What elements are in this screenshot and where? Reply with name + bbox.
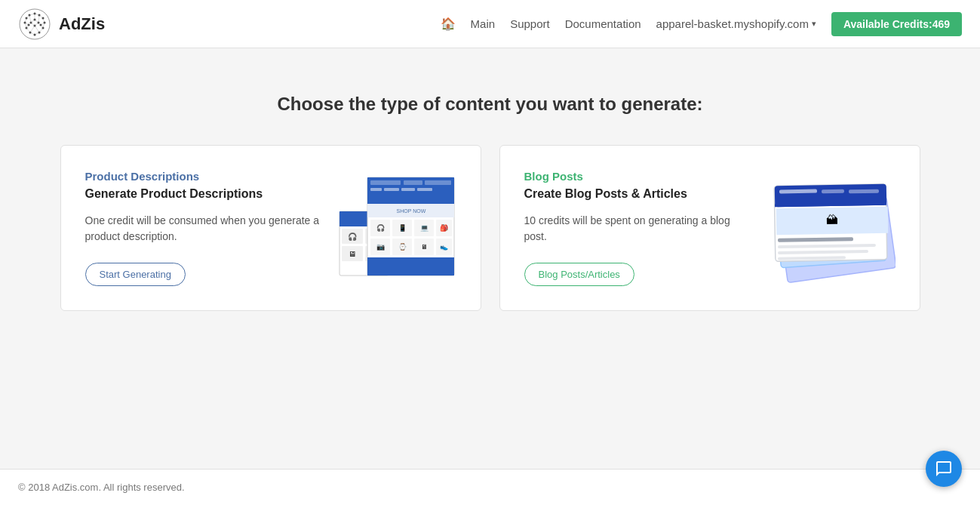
svg-rect-62 bbox=[417, 188, 432, 191]
svg-text:📱: 📱 bbox=[398, 223, 407, 232]
svg-line-27 bbox=[39, 28, 43, 32]
svg-line-29 bbox=[35, 32, 39, 35]
svg-line-28 bbox=[26, 28, 30, 32]
nav-main[interactable]: Main bbox=[471, 17, 496, 30]
logo-text: AdZis bbox=[59, 14, 105, 34]
product-card-category: Product Descriptions bbox=[85, 170, 321, 183]
home-icon[interactable]: 🏠 bbox=[441, 17, 456, 31]
svg-text:SHOP NOW: SHOP NOW bbox=[396, 208, 425, 214]
svg-line-32 bbox=[38, 15, 39, 23]
product-card-content: Product Descriptions Generate Product De… bbox=[85, 170, 321, 286]
product-card-description: One credit will be consumed when you gen… bbox=[85, 213, 321, 245]
blog-card-content: Blog Posts Create Blog Posts & Articles … bbox=[524, 170, 752, 286]
svg-rect-58 bbox=[425, 180, 451, 185]
blog-posts-card: Blog Posts Create Blog Posts & Articles … bbox=[499, 145, 920, 311]
start-generating-button[interactable]: Start Generating bbox=[85, 263, 186, 286]
svg-line-36 bbox=[35, 20, 38, 23]
product-card-title: Generate Product Descriptions bbox=[85, 187, 321, 201]
svg-text:🏔: 🏔 bbox=[825, 214, 837, 226]
product-illustration: 🎧 📷 🖥 👜 bbox=[336, 170, 456, 283]
chat-icon bbox=[935, 460, 953, 478]
credits-button[interactable]: Available Credits:469 bbox=[831, 12, 962, 36]
svg-text:📷: 📷 bbox=[376, 242, 385, 251]
svg-line-37 bbox=[31, 20, 35, 23]
blog-card-category: Blog Posts bbox=[524, 170, 752, 183]
page-title: Choose the type of content you want to g… bbox=[277, 94, 702, 115]
svg-text:🖥: 🖥 bbox=[349, 250, 356, 258]
header: AdZis 🏠 Main Support Documentation appar… bbox=[0, 0, 980, 48]
svg-rect-61 bbox=[401, 188, 415, 191]
blog-illustration: 🏔 bbox=[767, 170, 896, 283]
svg-line-38 bbox=[35, 23, 38, 26]
svg-text:🎧: 🎧 bbox=[376, 223, 385, 232]
chat-button[interactable] bbox=[926, 451, 962, 487]
blog-posts-button[interactable]: Blog Posts/Articles bbox=[524, 263, 634, 286]
svg-rect-57 bbox=[404, 180, 422, 185]
product-descriptions-card: Product Descriptions Generate Product De… bbox=[60, 145, 481, 311]
nav-documentation[interactable]: Documentation bbox=[565, 17, 641, 30]
svg-rect-88 bbox=[821, 189, 843, 194]
logo-icon bbox=[18, 8, 51, 41]
svg-text:🎒: 🎒 bbox=[439, 223, 448, 232]
svg-rect-59 bbox=[370, 188, 382, 191]
blog-card-title: Create Blog Posts & Articles bbox=[524, 187, 752, 201]
svg-rect-60 bbox=[384, 188, 399, 191]
svg-line-41 bbox=[26, 25, 29, 28]
nav: 🏠 Main Support Documentation apparel-bas… bbox=[441, 12, 962, 36]
blog-card-description: 10 credits will be spent on generating a… bbox=[524, 213, 752, 245]
svg-rect-89 bbox=[848, 189, 878, 194]
nav-support[interactable]: Support bbox=[510, 17, 550, 30]
svg-line-42 bbox=[35, 26, 39, 32]
svg-rect-81 bbox=[367, 257, 454, 276]
svg-line-40 bbox=[41, 25, 43, 28]
svg-line-43 bbox=[30, 26, 35, 32]
svg-text:🖥: 🖥 bbox=[420, 243, 427, 251]
footer: © 2018 AdZis.com. All rights reserved. bbox=[0, 469, 980, 505]
svg-text:🎧: 🎧 bbox=[348, 232, 358, 242]
cards-container: Product Descriptions Generate Product De… bbox=[60, 145, 920, 311]
footer-copyright: © 2018 AdZis.com. All rights reserved. bbox=[18, 482, 185, 493]
svg-text:⌚: ⌚ bbox=[398, 242, 407, 251]
logo-area: AdZis bbox=[18, 8, 105, 41]
svg-text:💻: 💻 bbox=[419, 223, 429, 232]
svg-text:👟: 👟 bbox=[439, 242, 448, 251]
svg-line-30 bbox=[30, 32, 35, 35]
svg-line-39 bbox=[31, 23, 35, 26]
svg-line-33 bbox=[29, 15, 31, 23]
svg-rect-56 bbox=[370, 180, 401, 185]
svg-line-21 bbox=[39, 15, 43, 18]
nav-store-dropdown[interactable]: apparel-basket.myshopify.com bbox=[656, 17, 816, 30]
main-content: Choose the type of content you want to g… bbox=[0, 48, 980, 469]
svg-rect-87 bbox=[779, 189, 816, 194]
svg-line-22 bbox=[26, 15, 29, 18]
